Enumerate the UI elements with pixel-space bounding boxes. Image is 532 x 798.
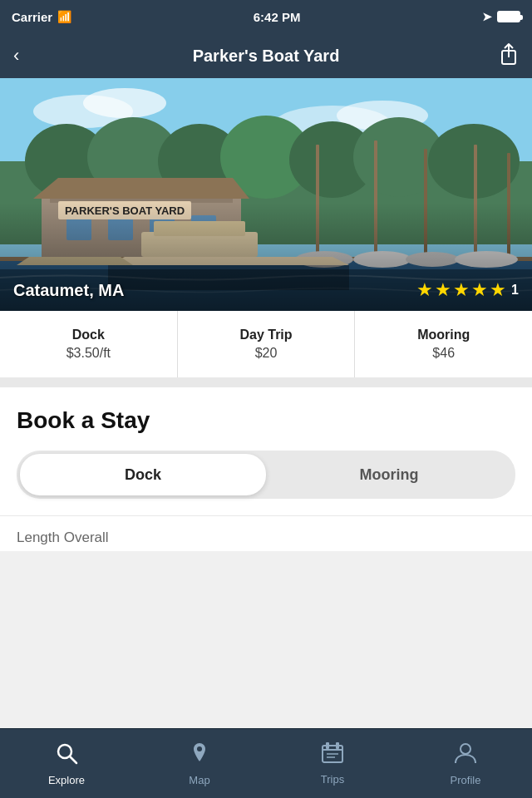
section-separator <box>0 377 532 387</box>
svg-marker-17 <box>33 178 249 199</box>
battery-icon <box>497 11 520 22</box>
length-label: Length Overall <box>17 530 109 545</box>
svg-rect-48 <box>336 742 339 749</box>
svg-point-4 <box>83 88 166 118</box>
book-section: Book a Stay Dock Mooring <box>0 387 532 515</box>
svg-point-44 <box>197 746 202 751</box>
review-count: 1 <box>511 283 519 298</box>
daytrip-price-label: Day Trip <box>239 328 292 342</box>
tab-map[interactable]: Map <box>133 729 266 798</box>
price-row: Dock $3.50/ft Day Trip $20 Mooring $46 <box>0 311 532 377</box>
mooring-tab[interactable]: Mooring <box>266 454 512 495</box>
page-title: Parker's Boat Yard <box>43 47 489 66</box>
trips-icon <box>321 742 344 770</box>
book-title: Book a Stay <box>17 407 515 434</box>
time-label: 6:42 PM <box>254 10 301 24</box>
tab-profile[interactable]: Profile <box>399 729 532 798</box>
tab-bar: Explore Map Trips <box>0 728 532 798</box>
map-icon <box>190 741 209 771</box>
nav-header: ‹ Parker's Boat Yard <box>0 33 532 78</box>
explore-icon <box>55 741 78 771</box>
location-label: Cataumet, MA <box>13 281 124 300</box>
daytrip-price-value: $20 <box>255 346 278 361</box>
dock-price-label: Dock <box>72 328 105 342</box>
share-button[interactable] <box>489 42 519 70</box>
mooring-price-label: Mooring <box>417 328 470 342</box>
star-1: ★ <box>416 279 433 301</box>
star-5: ★ <box>490 279 506 301</box>
profile-label: Profile <box>451 774 481 786</box>
hero-image: PARKER'S BOAT YARD <box>0 78 532 311</box>
explore-label: Explore <box>48 774 85 786</box>
hero-footer: Cataumet, MA ★ ★ ★ ★ ★ 1 <box>13 279 519 301</box>
status-left: Carrier 📶 <box>12 10 71 24</box>
back-button[interactable]: ‹ <box>13 45 43 66</box>
star-4: ★ <box>471 279 488 301</box>
dock-price-value: $3.50/ft <box>66 346 111 361</box>
svg-line-43 <box>70 756 76 763</box>
location-arrow-icon: ➤ <box>482 10 492 23</box>
trips-label: Trips <box>321 773 344 786</box>
svg-rect-47 <box>326 742 329 749</box>
dock-tab[interactable]: Dock <box>20 454 266 495</box>
length-row: Length Overall <box>0 515 532 551</box>
carrier-label: Carrier <box>12 10 52 24</box>
star-3: ★ <box>453 279 470 301</box>
tab-trips[interactable]: Trips <box>266 729 399 798</box>
mooring-price-cell: Mooring $46 <box>355 311 532 377</box>
svg-point-51 <box>461 744 470 754</box>
daytrip-price-cell: Day Trip $20 <box>178 311 356 377</box>
rating-stars: ★ ★ ★ ★ ★ 1 <box>416 279 519 301</box>
status-bar: Carrier 📶 6:42 PM ➤ <box>0 0 532 33</box>
tab-explore[interactable]: Explore <box>0 729 133 798</box>
map-label: Map <box>189 774 209 786</box>
star-2: ★ <box>435 279 451 301</box>
profile-icon <box>454 741 477 771</box>
mooring-price-value: $46 <box>432 346 455 361</box>
status-right: ➤ <box>482 10 520 23</box>
dock-price-cell: Dock $3.50/ft <box>0 311 178 377</box>
booking-tabs: Dock Mooring <box>17 451 515 499</box>
wifi-icon: 📶 <box>57 10 71 23</box>
marina-scene-svg: PARKER'S BOAT YARD <box>0 78 532 311</box>
